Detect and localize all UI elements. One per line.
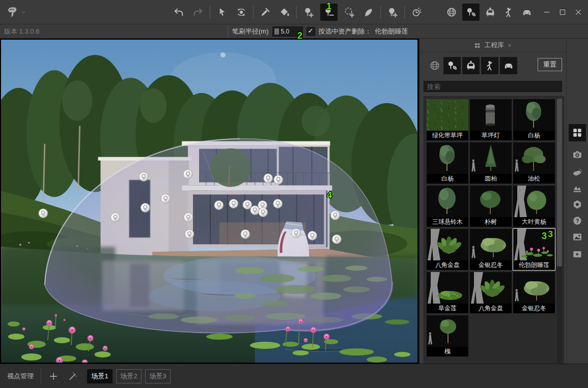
asset-tile[interactable]: 槐: [427, 315, 468, 356]
asset-tile[interactable]: 圆柏: [470, 142, 512, 184]
light-gizmo[interactable]: [250, 205, 260, 215]
asset-tile[interactable]: 大叶黄杨: [513, 186, 555, 227]
panel-close-button[interactable]: ×: [508, 42, 512, 49]
asset-tile[interactable]: 白杨: [513, 99, 555, 140]
light-gizmo[interactable]: [214, 201, 223, 210]
light-gizmo[interactable]: [161, 194, 170, 203]
light-gizmo[interactable]: [139, 172, 148, 182]
strip-settings-nut-button[interactable]: [570, 197, 584, 212]
asset-tile[interactable]: 八角金盘: [470, 272, 512, 313]
light-gizmo[interactable]: [243, 200, 252, 210]
light-gizmo[interactable]: [273, 199, 283, 208]
library-panel-header[interactable]: 工程库 ×: [419, 39, 566, 52]
asset-tile[interactable]: 八角金盘: [427, 229, 468, 270]
strip-terrain-button[interactable]: [570, 182, 584, 196]
asset-thumbnail-bush: [470, 229, 512, 260]
light-gizmo[interactable]: [141, 203, 150, 212]
search-input[interactable]: [424, 81, 562, 92]
category-person-button[interactable]: [481, 57, 498, 74]
light-gizmo[interactable]: [259, 207, 268, 217]
settings-nut-icon: [572, 199, 583, 210]
asset-tile[interactable]: 朴树: [470, 186, 512, 227]
viewport-3d[interactable]: [0, 39, 418, 364]
vehicle-button[interactable]: [519, 5, 535, 20]
asset-tile[interactable]: 绿化带草坪: [427, 99, 468, 140]
daytime-clock-button[interactable]: [409, 5, 424, 20]
toolbar-separator: [296, 6, 297, 19]
scene-tab[interactable]: 场景3: [145, 369, 171, 383]
asset-tile[interactable]: 旱金莲: [427, 272, 468, 313]
asset-tile[interactable]: 金银忍冬: [470, 229, 512, 270]
paint-bucket-button[interactable]: [277, 5, 292, 20]
brush-radius-label: 笔刷半径(m): [232, 27, 269, 36]
strip-image-button[interactable]: [570, 230, 584, 244]
person-button[interactable]: [501, 5, 516, 20]
asset-thumbnail-lamp: [470, 99, 512, 131]
bulb-add-icon: [387, 7, 398, 18]
category-vehicle-button[interactable]: [500, 57, 517, 74]
minimize-button[interactable]: [542, 8, 551, 17]
undo-button[interactable]: [171, 5, 186, 20]
light-gizmo[interactable]: [185, 229, 194, 238]
asset-tile[interactable]: 金银忍冬: [513, 272, 555, 313]
magic-wand-button[interactable]: [66, 369, 80, 383]
strip-camera-button[interactable]: [570, 147, 584, 162]
category-tree-leaf-button[interactable]: [443, 57, 461, 74]
light-gizmo[interactable]: [241, 229, 250, 238]
foliage-button[interactable]: [361, 5, 376, 20]
light-gizmo[interactable]: [264, 174, 273, 183]
select-arrow-button[interactable]: [214, 5, 230, 20]
asset-tile[interactable]: 白杨: [427, 142, 468, 184]
bulb-add-button[interactable]: [385, 5, 400, 20]
category-furniture-button[interactable]: [462, 57, 480, 74]
light-gizmo[interactable]: [110, 213, 120, 222]
weather-icon: [572, 166, 583, 177]
close-icon: [574, 8, 582, 16]
light-gizmo[interactable]: [274, 175, 283, 185]
globe-button[interactable]: [444, 5, 459, 20]
maximize-button[interactable]: [558, 8, 567, 17]
light-gizmo[interactable]: [330, 211, 340, 220]
delete-by-asset-checkbox[interactable]: ✓: [306, 27, 315, 36]
person-icon: [484, 60, 495, 71]
close-button[interactable]: [574, 8, 583, 17]
light-gizmo[interactable]: [184, 213, 193, 222]
lasso-add-button[interactable]: [342, 5, 357, 20]
scrollbar-thumb[interactable]: [557, 99, 562, 266]
app-logo-icon: [5, 6, 18, 19]
asset-tile[interactable]: 油松: [513, 142, 555, 184]
redo-button[interactable]: [190, 5, 206, 20]
eyedropper-button[interactable]: [258, 5, 273, 20]
strip-grid-button[interactable]: [569, 124, 586, 141]
asset-tile[interactable]: 草坪灯: [470, 99, 512, 140]
viewport-3d-scene[interactable]: [1, 40, 417, 363]
strip-video-button[interactable]: [570, 247, 584, 261]
tree-add-icon: [303, 7, 314, 18]
brush-radius-handle[interactable]: [274, 28, 279, 35]
reset-button[interactable]: 重置: [538, 58, 562, 71]
tree-leaf-button[interactable]: [462, 4, 480, 21]
furniture-button[interactable]: [483, 5, 498, 20]
light-gizmo[interactable]: [292, 228, 301, 237]
light-gizmo[interactable]: [229, 199, 238, 208]
category-globe-button[interactable]: [428, 57, 442, 74]
strip-help-button[interactable]: ?: [570, 214, 584, 228]
app-menu[interactable]: [5, 0, 26, 24]
asset-tile[interactable]: 伦勃朗睡莲3: [513, 229, 555, 270]
tree-add-button[interactable]: [301, 5, 316, 20]
asset-thumbnail-tree-ball: [513, 186, 555, 217]
orbit-button[interactable]: [234, 5, 249, 20]
add-viewpoint-button[interactable]: [46, 369, 61, 383]
scene-tab[interactable]: 场景1: [87, 369, 113, 383]
light-gizmo[interactable]: [183, 170, 192, 179]
divider: [41, 369, 41, 384]
scene-tab[interactable]: 场景2: [116, 369, 142, 383]
light-gizmo[interactable]: [308, 231, 317, 240]
tree-leaf-icon: [465, 7, 477, 18]
light-gizmo[interactable]: [39, 208, 48, 218]
asset-scrollbar[interactable]: [557, 98, 562, 363]
asset-tile[interactable]: 三球悬铃木: [427, 186, 468, 227]
strip-weather-button[interactable]: [570, 165, 584, 179]
annotation-2: 2: [297, 31, 302, 41]
light-gizmo[interactable]: [332, 234, 341, 244]
